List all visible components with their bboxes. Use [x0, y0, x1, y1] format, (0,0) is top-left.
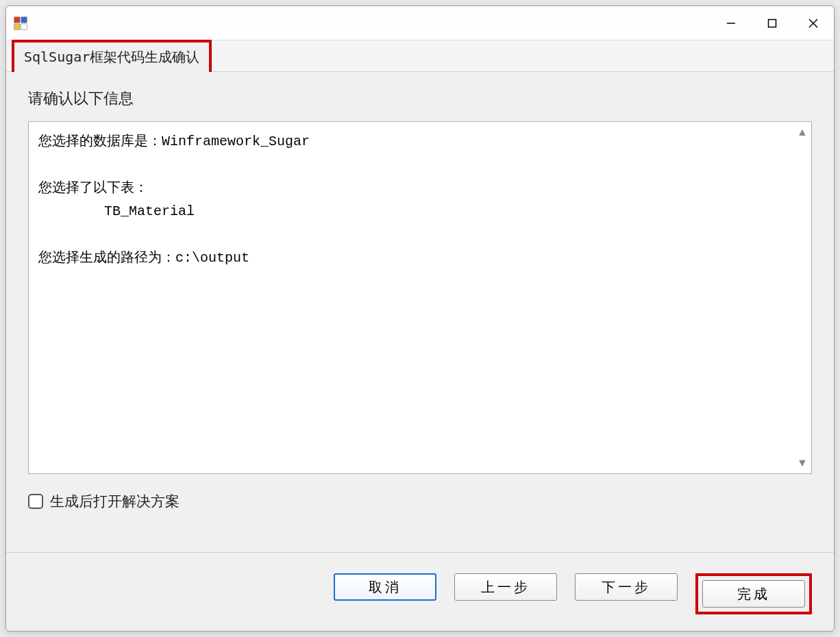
svg-rect-1: [21, 16, 27, 22]
tab-sqlsugar-confirm[interactable]: SqlSugar框架代码生成确认: [12, 40, 212, 72]
info-text: 您选择的数据库是：Winframework_Sugar 您选择了以下表： TB_…: [29, 122, 793, 473]
wizard-button-row: 取消 上一步 下一步 完成: [28, 564, 812, 619]
section-heading: 请确认以下信息: [28, 88, 812, 109]
minimize-button[interactable]: [711, 6, 752, 40]
tab-strip: SqlSugar框架代码生成确认: [6, 40, 834, 72]
cancel-button[interactable]: 取消: [334, 573, 436, 601]
window-controls: [711, 6, 834, 40]
finish-highlight: 完成: [695, 573, 812, 614]
svg-rect-5: [769, 19, 776, 27]
title-bar: [6, 6, 834, 40]
next-button[interactable]: 下一步: [575, 573, 678, 601]
app-icon: [13, 16, 28, 31]
finish-button[interactable]: 完成: [702, 580, 805, 608]
svg-rect-0: [14, 16, 20, 22]
previous-button[interactable]: 上一步: [454, 573, 557, 601]
content-area: 请确认以下信息 您选择的数据库是：Winframework_Sugar 您选择了…: [6, 72, 834, 631]
open-solution-checkbox[interactable]: [28, 494, 43, 509]
scrollbar[interactable]: ▲ ▼: [793, 122, 811, 473]
svg-rect-3: [21, 23, 27, 29]
open-solution-label: 生成后打开解决方案: [50, 492, 180, 511]
close-button[interactable]: [793, 6, 834, 40]
maximize-button[interactable]: [752, 6, 793, 40]
svg-rect-2: [14, 23, 20, 29]
scroll-down-icon[interactable]: ▼: [797, 457, 808, 469]
open-solution-checkbox-row: 生成后打开解决方案: [28, 492, 812, 511]
divider: [6, 552, 834, 553]
scroll-up-icon[interactable]: ▲: [797, 126, 808, 138]
dialog-window: SqlSugar框架代码生成确认 请确认以下信息 您选择的数据库是：Winfra…: [5, 5, 835, 632]
info-text-panel: 您选择的数据库是：Winframework_Sugar 您选择了以下表： TB_…: [28, 121, 812, 474]
